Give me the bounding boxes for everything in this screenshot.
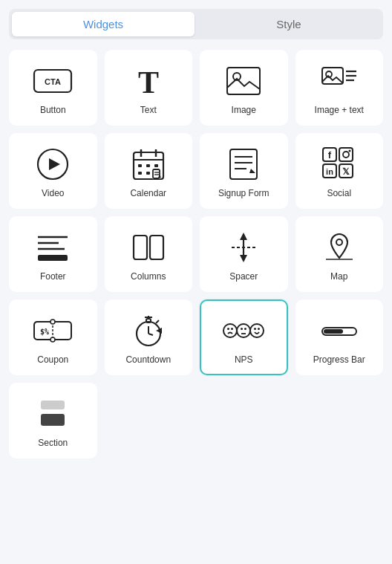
- spacer-icon: [226, 230, 261, 265]
- countdown-icon: [131, 313, 166, 349]
- columns-icon: [131, 230, 166, 265]
- svg-text:𝕏: 𝕏: [342, 166, 350, 177]
- widget-map[interactable]: Map: [295, 216, 384, 292]
- footer-label: Footer: [40, 271, 66, 282]
- svg-marker-47: [240, 233, 247, 240]
- image-text-label: Image + text: [315, 105, 364, 115]
- svg-point-69: [241, 328, 243, 330]
- widget-spacer[interactable]: Spacer: [200, 216, 288, 292]
- svg-rect-58: [146, 319, 151, 322]
- svg-text:$%: $%: [40, 328, 49, 336]
- tab-style[interactable]: Style: [197, 12, 380, 36]
- widget-grid: CTA Button T Text Image: [9, 50, 383, 458]
- svg-line-63: [148, 334, 153, 335]
- button-label: Button: [40, 105, 66, 115]
- progress-bar-icon: [321, 313, 357, 349]
- countdown-label: Countdown: [125, 354, 171, 365]
- image-icon: [226, 63, 261, 99]
- svg-text:in: in: [326, 167, 333, 176]
- widget-social[interactable]: f in 𝕏 Social: [295, 133, 384, 209]
- svg-point-74: [258, 328, 260, 330]
- svg-point-56: [50, 337, 55, 342]
- signup-form-icon: [226, 146, 261, 182]
- svg-point-66: [227, 328, 229, 330]
- widget-progress-bar[interactable]: Progress Bar: [295, 299, 384, 375]
- svg-rect-18: [154, 164, 158, 167]
- social-icon: f in 𝕏: [321, 146, 357, 182]
- svg-marker-48: [240, 255, 247, 262]
- svg-point-73: [254, 328, 256, 330]
- svg-text:f: f: [328, 149, 332, 161]
- svg-point-50: [336, 239, 342, 245]
- widget-countdown[interactable]: Countdown: [105, 299, 193, 375]
- svg-point-72: [250, 324, 264, 337]
- video-icon: [35, 146, 71, 182]
- svg-rect-33: [339, 148, 353, 161]
- svg-rect-45: [150, 236, 163, 259]
- calendar-icon: [131, 146, 166, 182]
- widget-signup-form[interactable]: Signup Form: [200, 133, 288, 209]
- widget-text[interactable]: T Text: [105, 50, 193, 126]
- svg-text:T: T: [138, 65, 159, 100]
- social-label: Social: [327, 188, 351, 198]
- text-icon: T: [131, 63, 166, 99]
- tab-widgets[interactable]: Widgets: [12, 12, 195, 36]
- map-label: Map: [330, 271, 347, 282]
- widget-panel: Widgets Style CTA Button T Text: [0, 0, 392, 467]
- svg-point-70: [244, 328, 246, 330]
- widget-image[interactable]: Image: [200, 50, 288, 126]
- svg-rect-16: [138, 164, 142, 167]
- widget-nps[interactable]: NPS: [200, 299, 288, 375]
- map-icon: [321, 230, 357, 265]
- svg-rect-26: [230, 149, 257, 179]
- svg-rect-19: [138, 172, 142, 175]
- svg-line-61: [156, 320, 159, 323]
- svg-rect-78: [41, 414, 65, 426]
- widget-calendar[interactable]: Calendar: [105, 133, 193, 209]
- widget-section[interactable]: Section: [9, 383, 97, 458]
- widget-columns[interactable]: Columns: [105, 216, 193, 292]
- nps-icon: [226, 313, 261, 349]
- svg-rect-44: [134, 236, 147, 259]
- image-label: Image: [232, 105, 256, 115]
- widget-footer[interactable]: Footer: [9, 216, 97, 292]
- svg-rect-76: [324, 329, 343, 334]
- image-text-icon: [321, 63, 357, 99]
- svg-rect-77: [41, 401, 65, 409]
- svg-rect-5: [322, 68, 343, 84]
- svg-marker-30: [249, 169, 255, 173]
- text-label: Text: [140, 105, 157, 115]
- tab-bar: Widgets Style: [9, 9, 383, 39]
- columns-label: Columns: [131, 271, 166, 282]
- widget-image-text[interactable]: Image + text: [295, 50, 384, 126]
- widget-coupon[interactable]: $% Coupon: [9, 299, 97, 375]
- svg-rect-43: [38, 255, 68, 261]
- svg-marker-11: [49, 158, 60, 170]
- coupon-icon: $%: [35, 313, 71, 349]
- calendar-label: Calendar: [130, 188, 166, 198]
- progress-bar-label: Progress Bar: [313, 354, 365, 365]
- video-label: Video: [42, 188, 64, 198]
- footer-icon: [35, 230, 71, 265]
- widget-button[interactable]: CTA Button: [9, 50, 97, 126]
- spacer-label: Spacer: [229, 271, 258, 282]
- signup-form-label: Signup Form: [218, 188, 270, 198]
- svg-point-34: [343, 152, 349, 158]
- section-label: Section: [38, 438, 68, 448]
- svg-rect-3: [227, 68, 260, 94]
- section-icon: [35, 396, 71, 432]
- svg-point-35: [348, 150, 350, 152]
- svg-point-55: [50, 320, 55, 324]
- svg-point-65: [223, 324, 237, 337]
- svg-point-67: [231, 328, 233, 330]
- button-icon: CTA: [35, 63, 71, 99]
- svg-rect-20: [146, 172, 150, 175]
- svg-point-68: [237, 324, 250, 337]
- svg-rect-17: [146, 164, 150, 167]
- nps-label: NPS: [235, 354, 253, 365]
- coupon-label: Coupon: [37, 354, 68, 365]
- widget-video[interactable]: Video: [9, 133, 97, 209]
- svg-text:CTA: CTA: [45, 77, 61, 86]
